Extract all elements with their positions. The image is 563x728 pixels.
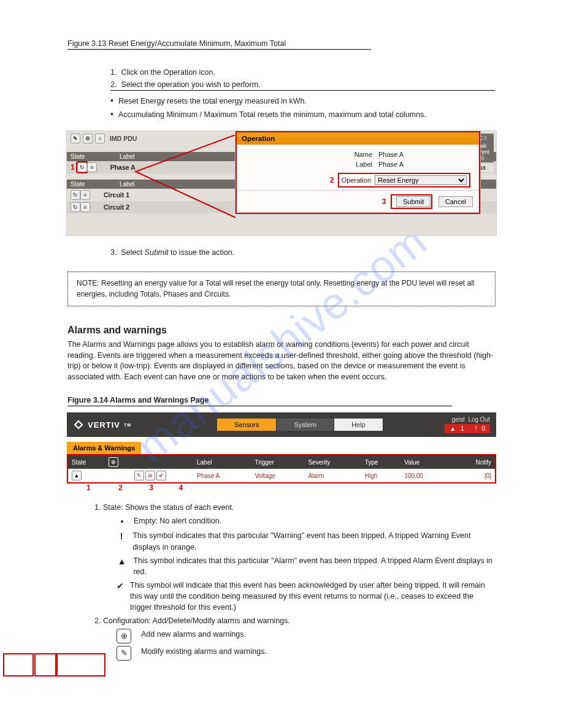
- annotation-1: 1: [71, 163, 75, 172]
- bullet-reset-energy: Reset Energy resets the total energy mea…: [110, 94, 496, 108]
- cell-notify[interactable]: [0]: [451, 469, 495, 482]
- warning-icon: !: [475, 425, 477, 432]
- label-value: Phase A: [378, 161, 470, 168]
- figure-caption-13-text: Figure 3.13 Reset Energy/Accumulate Mini…: [67, 39, 286, 48]
- tab-system[interactable]: System: [277, 419, 334, 431]
- legend-warning: ! This symbol indicates that this partic…: [117, 530, 496, 552]
- app-banner: VERTIVTM Sensors System Help geist Log O…: [67, 412, 496, 437]
- annotation-4b: 4: [179, 483, 183, 492]
- label-label: Label: [335, 161, 372, 168]
- operation-dialog: Operation NamePhase A LabelPhase A 2 Ope…: [236, 131, 480, 214]
- annotation-2b: 2: [118, 483, 123, 492]
- wrench-icon[interactable]: ✎: [134, 471, 144, 480]
- tab-help[interactable]: Help: [334, 419, 383, 431]
- operation-icon[interactable]: ↻: [71, 202, 80, 212]
- grip-icon[interactable]: ≡: [95, 134, 105, 143]
- col-label-2: Label: [120, 181, 134, 188]
- th-notify: Notify: [451, 455, 495, 469]
- note-box: NOTE: Resetting an energy value for a To…: [67, 271, 496, 306]
- figure-caption-13: Figure 3.13 Reset Energy/Accumulate Mini…: [67, 39, 496, 50]
- panel-title: Alarms & Warnings: [67, 442, 141, 454]
- empty-icon: •: [117, 515, 128, 528]
- check-icon: ✔: [117, 580, 124, 592]
- label-circuit-2: Circuit 2: [104, 203, 129, 211]
- section-heading: Alarms and warnings: [67, 325, 496, 336]
- bullet-accum: Accumulating Minimum / Maximum Total res…: [110, 108, 496, 121]
- grip-icon[interactable]: ≡: [80, 202, 90, 212]
- step-1: 1. Click on the Operation icon.: [110, 68, 496, 77]
- tab-sensors[interactable]: Sensors: [217, 419, 277, 431]
- vertiv-logo: VERTIVTM: [73, 419, 131, 430]
- operation-select[interactable]: Reset Energy: [375, 175, 467, 185]
- wrench-icon[interactable]: ✎: [71, 134, 80, 143]
- username: geist: [452, 416, 465, 423]
- annotation-3b: 3: [149, 483, 153, 492]
- section-paragraph: The Alarms and Warnings page allows you …: [67, 339, 496, 382]
- name-value: Phase A: [378, 151, 470, 158]
- th-severity: Severity: [304, 455, 361, 469]
- gear-icon[interactable]: ⚙: [83, 134, 93, 143]
- legend-ack: ✔ This symbol will indicate that this ev…: [117, 580, 496, 613]
- name-label: Name: [335, 151, 372, 158]
- cell-label: Phase A: [193, 469, 251, 482]
- logout-link[interactable]: Log Out: [468, 416, 490, 423]
- step-2: 2. Select the operation you wish to perf…: [110, 80, 496, 91]
- pdu-title: IMD PDU: [110, 135, 137, 142]
- alarm-pill: ▲1 !0: [445, 424, 490, 433]
- cell-value: 100.00: [400, 469, 451, 482]
- state-alarm-icon: ▲: [72, 471, 82, 480]
- alarms-table: State ⊕ Label Trigger Severity Type Valu…: [68, 455, 495, 482]
- add-icon[interactable]: ⊕: [109, 457, 118, 467]
- delete-icon[interactable]: ⊖: [145, 471, 155, 480]
- plus-icon: ⊕: [117, 629, 131, 643]
- grip-icon[interactable]: ≡: [87, 162, 97, 172]
- th-type: Type: [361, 455, 401, 469]
- cell-trigger: Voltage: [251, 469, 304, 482]
- th-state: State: [68, 455, 105, 469]
- label-circuit-1: Circuit 1: [104, 191, 129, 199]
- logo-icon: [73, 419, 84, 430]
- legend-config: Configuration: Add/Delete/Modify alarms …: [103, 616, 496, 625]
- legend-alarm: ▲ This symbol indicates that this partic…: [117, 555, 496, 577]
- col-state: State: [71, 153, 101, 160]
- alarm-icon: ▲: [450, 425, 456, 432]
- cancel-button[interactable]: Cancel: [439, 196, 473, 207]
- figure-13-screenshot: ✎ ⚙ ≡ IMD PDU State Label 1 ↻ ≡ Phase A …: [66, 131, 497, 236]
- annotation-3: 3: [382, 197, 386, 206]
- th-trigger: Trigger: [251, 455, 304, 469]
- legend-section: State: Shows the status of each event. •…: [92, 503, 496, 661]
- annotation-1b: 1: [86, 483, 91, 492]
- table-row: ▲ ✎⊖✔ Phase A Voltage Alarm High 100.00 …: [68, 469, 495, 482]
- label-phase-a: Phase A: [110, 164, 136, 171]
- col-state-2: State: [71, 181, 101, 188]
- operation-icon[interactable]: ↻: [71, 190, 80, 200]
- operation-icon[interactable]: ↻: [77, 162, 87, 172]
- user-box: geist Log Out ▲1 !0: [445, 416, 490, 433]
- annotation-2: 2: [330, 176, 334, 184]
- exclamation-icon: !: [117, 530, 126, 542]
- cell-severity: Alarm: [304, 469, 361, 482]
- wrench-config-icon: ✎: [117, 646, 131, 661]
- legend-add: ⊕ Add new alarms and warnings.: [117, 629, 496, 643]
- triangle-icon: ▲: [117, 555, 127, 567]
- th-label: Label: [193, 455, 251, 469]
- dialog-title: Operation: [237, 132, 479, 145]
- figure-14-screenshot: VERTIVTM Sensors System Help geist Log O…: [67, 412, 496, 492]
- figure-caption-rule: [67, 49, 371, 50]
- col-label: Label: [120, 153, 134, 160]
- operation-label: Operation: [342, 176, 371, 184]
- legend-state: State: Shows the status of each event.: [103, 503, 496, 512]
- grip-icon[interactable]: ≡: [80, 190, 90, 200]
- legend-empty: • Empty: No alert condition.: [117, 515, 496, 528]
- step-3: 3. Select Submit to issue the action.: [110, 248, 496, 257]
- cell-type: High: [361, 469, 401, 482]
- ack-icon[interactable]: ✔: [156, 471, 166, 480]
- legend-modify: ✎ Modify existing alarms and warnings.: [117, 646, 496, 661]
- submit-button[interactable]: Submit: [396, 196, 431, 207]
- th-value: Value: [400, 455, 451, 469]
- nav-tabs: Sensors System Help: [217, 419, 383, 431]
- figure-caption-14: Figure 3.14 Alarms and Warnings Page: [67, 396, 496, 406]
